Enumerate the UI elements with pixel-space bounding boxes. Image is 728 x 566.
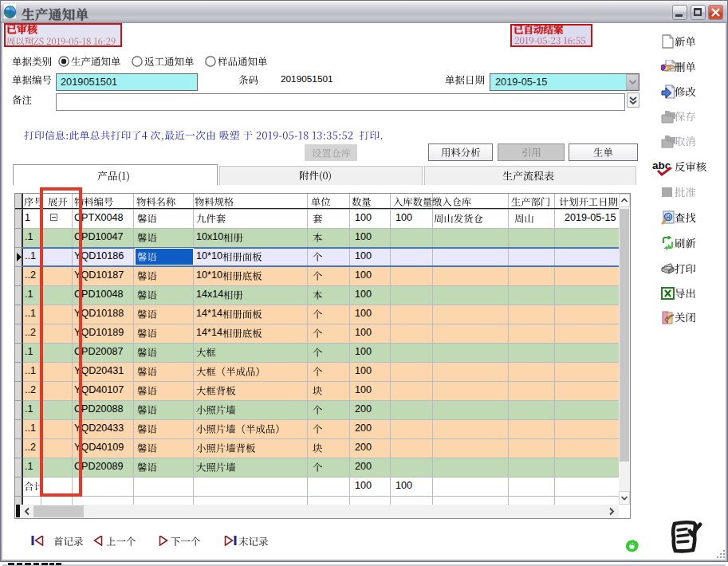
svg-text:H: H (666, 214, 670, 220)
